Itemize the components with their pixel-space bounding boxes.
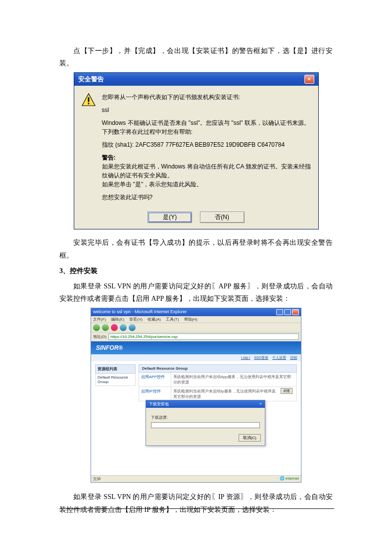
xp-warning-label: 警告: <box>102 154 116 161</box>
sidebar-item-default-group[interactable]: Default Resource Group <box>95 374 136 386</box>
paragraph-after-dialog: 安装完毕后，会有证书【导入成功】的提示，以后再登录时将不会再出现安全警告框。 <box>59 236 333 261</box>
browse-button[interactable]: 浏览 <box>281 388 293 394</box>
menu-tools[interactable]: 工具(T) <box>166 317 179 322</box>
sidebar-heading: 资源组列表 <box>95 364 136 374</box>
link-personal[interactable]: 个人设置 <box>272 356 286 359</box>
back-icon[interactable] <box>93 324 100 331</box>
link-logout[interactable]: 注销 <box>290 356 297 359</box>
status-left: 完毕 <box>93 476 101 482</box>
ie-menubar[interactable]: 文件(F) 编辑(E) 查看(V) 收藏(A) 工具(T) 帮助(H) <box>91 316 301 323</box>
ie-statusbar: 完毕 🌐 Internet <box>91 475 301 482</box>
xp-line1: 您即将从一个声称代表如下的证书颁发机构安装证书: <box>102 93 311 102</box>
paragraph-intro: 点【下一步】，并【完成】，会出现【安装证书】的警告框如下，选【是】进行安装。 <box>59 45 333 69</box>
stop-icon[interactable] <box>111 324 118 331</box>
section-heading-3: 3、控件安装 <box>59 265 333 277</box>
page-footer-rule <box>59 508 334 509</box>
warning-icon <box>81 93 96 108</box>
row-enable-ip: 启用IP控件 系统检测到当前用户未启动Ip服务，无法使用列表中程序及其它部分的资… <box>139 387 297 401</box>
svg-rect-1 <box>88 98 89 102</box>
address-label: 地址(D) <box>93 334 106 339</box>
xp-line3: Windows 不能确认证书是否来自 "ssl"。您应该与 "ssl" 联系，以… <box>102 118 311 136</box>
download-dialog: 下载安装包 × 下载进度: 取消(C) <box>146 400 265 446</box>
status-zone: 🌐 Internet <box>280 476 299 482</box>
enable-app-link[interactable]: 启用APP控件 <box>139 373 171 387</box>
close-icon[interactable]: × <box>259 401 262 407</box>
main-heading: Default Resource Group <box>139 364 297 373</box>
download-titlebar: 下载安装包 × <box>146 400 265 408</box>
row-enable-app: 启用APP控件 系统检测到当前用户未启动App服务，无法使用列表中程序及其它部分… <box>139 373 297 387</box>
minimize-icon[interactable] <box>276 309 283 315</box>
home-icon[interactable] <box>129 324 136 331</box>
menu-favorites[interactable]: 收藏(A) <box>147 317 161 322</box>
menu-view[interactable]: 查看(V) <box>129 317 143 322</box>
yes-button[interactable]: 是(Y) <box>147 212 192 223</box>
xp-titlebar: 安全警告 × <box>74 73 318 86</box>
link-sso[interactable]: SSO登录 <box>254 356 268 359</box>
refresh-icon[interactable] <box>120 324 127 331</box>
xp-thumbprint: 指纹 (sha1): 2AFC3587 77F627EA BEB97E52 19… <box>102 140 311 149</box>
sinfor-header: SINFOR® <box>91 341 301 354</box>
svg-rect-2 <box>88 103 89 105</box>
close-icon[interactable]: × <box>304 75 314 84</box>
paragraph-app-service: 如果登录 SSL VPN 的用户需要访问定义好的〖APP 服务〗，则登录成功后，… <box>59 280 333 305</box>
ie-addressbar: 地址(D) https://10.254.254.254/por/service… <box>91 333 301 341</box>
sinfor-top-links: | csp | SSO登录 个人设置 注销 <box>91 354 301 361</box>
download-progress-label: 下载进度: <box>151 415 260 420</box>
resource-sidebar: 资源组列表 Default Resource Group <box>95 364 136 401</box>
menu-help[interactable]: 帮助(H) <box>184 317 197 322</box>
cancel-button[interactable]: 取消(C) <box>239 434 261 442</box>
xp-question: 您想安装此证书吗? <box>102 193 311 202</box>
address-input[interactable]: https://10.254.254.254/por/service.csp <box>108 333 299 340</box>
download-progress-bar <box>151 422 260 428</box>
menu-file[interactable]: 文件(F) <box>93 317 106 322</box>
close-icon[interactable] <box>292 309 299 315</box>
enable-ip-link[interactable]: 启用IP控件 <box>139 387 171 401</box>
xp-warning-b: 如果您单击 "是"，表示您知道此风险。 <box>102 181 203 188</box>
xp-line2: ssl <box>102 106 311 114</box>
download-title: 下载安装包 <box>149 401 169 407</box>
xp-title: 安全警告 <box>78 75 104 84</box>
maximize-icon[interactable] <box>284 309 291 315</box>
ie-titlebar: welcome to ssl vpn - Microsoft Internet … <box>91 308 301 316</box>
enable-app-desc: 系统检测到当前用户未启动App服务，无法使用列表中程序及其它部分的资源 <box>171 373 296 387</box>
page-content: SINFOR® | csp | SSO登录 个人设置 注销 资源组列表 Defa… <box>91 341 301 475</box>
ie-title: welcome to ssl vpn - Microsoft Internet … <box>93 309 187 315</box>
enable-ip-desc: 系统检测到当前用户未启动Ip服务，无法使用列表中程序及其它部分的资源 <box>171 387 279 401</box>
resource-main: Default Resource Group 启用APP控件 系统检测到当前用户… <box>139 364 297 401</box>
xp-warning-a: 如果您安装此根证书，Windows 将自动信任所有此 CA 颁发的证书。安装未经… <box>102 163 311 179</box>
xp-security-warning-dialog: 安全警告 × 您即将从一个声称代表如下的证书颁发机构安装证书: ssl Wind… <box>74 72 319 229</box>
forward-icon[interactable] <box>102 324 109 331</box>
link-csp[interactable]: | csp | <box>241 356 250 359</box>
ie-window: welcome to ssl vpn - Microsoft Internet … <box>91 308 301 483</box>
no-button[interactable]: 否(N) <box>200 212 245 223</box>
xp-message: 您即将从一个声称代表如下的证书颁发机构安装证书: ssl Windows 不能确… <box>102 93 311 206</box>
ie-toolbar <box>91 323 301 333</box>
paragraph-ip-resource: 如果登录 SSL VPN 的用户需要访问定义好的〖IP 资源〗，则登录成功后，会… <box>59 491 333 515</box>
menu-edit[interactable]: 编辑(E) <box>111 317 124 322</box>
sinfor-brand: SINFOR® <box>96 344 123 351</box>
